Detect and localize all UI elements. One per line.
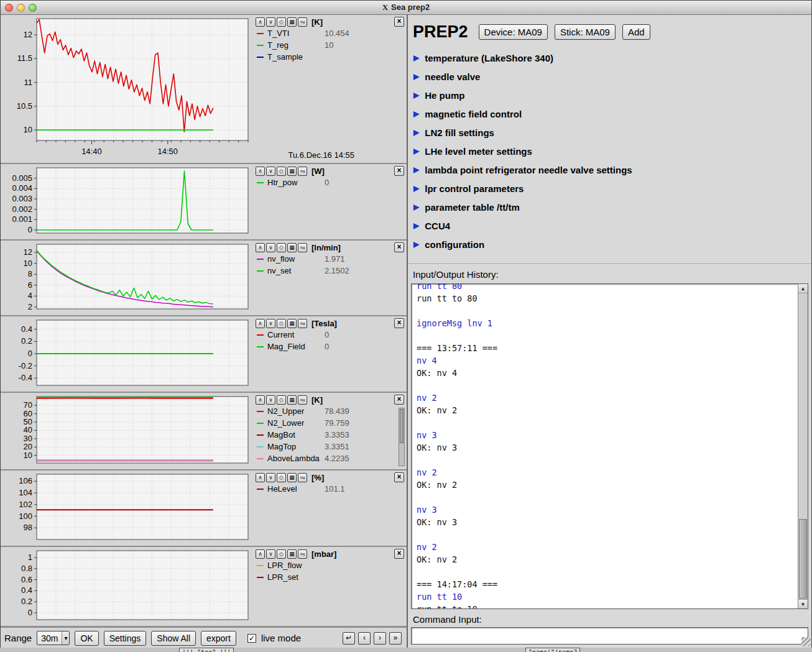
refresh-button[interactable]: ↵: [343, 632, 355, 645]
scrollbar-thumb[interactable]: [799, 519, 807, 599]
chart-panel-temperature: 1211.51110.51014:4014:50∧∨◇▦log[K]×T_VTI…: [1, 15, 407, 164]
pan-down-button[interactable]: ∨: [266, 473, 275, 482]
tree-item-10[interactable]: ▶configuration: [413, 235, 811, 254]
tree-item-7[interactable]: ▶lpr control parameters: [413, 179, 811, 198]
console-line: OK: nv 2: [417, 404, 796, 416]
autoscale-button[interactable]: ◇: [277, 395, 286, 405]
pan-down-button[interactable]: ∨: [266, 243, 275, 252]
expand-arrow-icon[interactable]: ▶: [413, 109, 419, 118]
log-scale-button[interactable]: log: [298, 167, 307, 176]
console-scrollbar[interactable]: ▲ ▼: [798, 284, 808, 608]
zoom-button[interactable]: ▦: [287, 17, 297, 27]
zoom-button[interactable]: ▦: [287, 473, 297, 482]
tree-item-3[interactable]: ▶magnetic field control: [413, 104, 811, 123]
pan-up-button[interactable]: ∧: [256, 17, 265, 27]
pan-up-button[interactable]: ∧: [256, 243, 265, 252]
log-scale-button[interactable]: log: [298, 17, 307, 27]
pan-down-button[interactable]: ∨: [266, 549, 275, 559]
io-history-console[interactable]: run tt 80run tt to 80 ignoreMsg lnv 1 ==…: [411, 283, 808, 609]
resize-grip[interactable]: [801, 637, 811, 646]
expand-arrow-icon[interactable]: ▶: [413, 221, 419, 230]
zoom-button[interactable]: ▦: [287, 243, 297, 252]
tree-item-9[interactable]: ▶CCU4: [413, 216, 811, 235]
tree-item-8[interactable]: ▶parameter table /tt/tm: [413, 198, 811, 216]
pan-down-button[interactable]: ∨: [266, 17, 275, 27]
chart-panel-heater-power: 0.0050.0040.0030.0020.0010∧∨◇▦log[W]×Htr…: [1, 164, 407, 241]
legend-scrollbar-thumb[interactable]: [400, 409, 404, 443]
close-chart-button[interactable]: ×: [394, 549, 404, 559]
pan-up-button[interactable]: ∧: [256, 319, 265, 328]
command-input[interactable]: [411, 627, 808, 645]
pan-up-button[interactable]: ∧: [256, 549, 265, 559]
tree-item-2[interactable]: ▶He pump: [413, 86, 811, 104]
close-chart-button[interactable]: ×: [394, 17, 404, 27]
tree-item-5[interactable]: ▶LHe level meter settings: [413, 142, 811, 160]
live-mode-checkbox[interactable]: ✓: [247, 634, 256, 643]
svg-text:0.003: 0.003: [12, 194, 32, 203]
page-end-button[interactable]: »: [389, 632, 402, 645]
autoscale-button[interactable]: ◇: [277, 167, 286, 176]
zoom-button[interactable]: ▦: [287, 167, 297, 176]
scrollbar-track[interactable]: [798, 293, 808, 599]
legend-scrollbar[interactable]: [399, 408, 405, 466]
log-scale-button[interactable]: log: [298, 473, 307, 482]
tree-item-1[interactable]: ▶needle valve: [413, 67, 811, 86]
close-chart-button[interactable]: ×: [394, 166, 404, 176]
tree-item-6[interactable]: ▶lambda point refrigerator needle valve …: [413, 160, 811, 179]
autoscale-button[interactable]: ◇: [277, 243, 286, 252]
export-button[interactable]: export: [201, 631, 236, 646]
stick-button[interactable]: Stick: MA09: [555, 24, 616, 40]
zoom-button[interactable]: ▦: [287, 549, 297, 559]
chart-legend-needle-valve-flow: ∧∨◇▦log[ln/min]×nv_flow1.971nv_set2.1502: [251, 241, 407, 315]
tree-item-0[interactable]: ▶temperature (LakeShore 340): [413, 48, 811, 67]
log-scale-button[interactable]: log: [298, 319, 307, 328]
expand-arrow-icon[interactable]: ▶: [413, 147, 419, 155]
page-right-button[interactable]: ›: [374, 632, 386, 645]
svg-text:10: 10: [24, 259, 32, 268]
zoom-button[interactable]: ▦: [287, 319, 297, 328]
scroll-up-icon[interactable]: ▲: [798, 284, 808, 293]
pan-up-button[interactable]: ∧: [256, 395, 265, 405]
expand-arrow-icon[interactable]: ▶: [413, 128, 419, 137]
tree-item-label: temperature (LakeShore 340): [425, 53, 553, 63]
legend-series-MagTop: MagTop3.3351: [251, 441, 407, 452]
add-button[interactable]: Add: [622, 24, 650, 40]
scroll-down-icon[interactable]: ▼: [798, 599, 808, 608]
settings-button[interactable]: Settings: [104, 631, 147, 646]
show-all-button[interactable]: Show All: [151, 631, 196, 646]
expand-arrow-icon[interactable]: ▶: [413, 240, 419, 249]
page-left-button[interactable]: ‹: [358, 632, 371, 645]
tree-item-4[interactable]: ▶LN2 fill settings: [413, 123, 811, 142]
close-chart-button[interactable]: ×: [394, 242, 404, 252]
close-chart-button[interactable]: ×: [394, 318, 404, 328]
pan-up-button[interactable]: ∧: [256, 473, 265, 482]
expand-arrow-icon[interactable]: ▶: [413, 184, 419, 193]
autoscale-button[interactable]: ◇: [277, 473, 286, 482]
expand-arrow-icon[interactable]: ▶: [413, 203, 419, 211]
device-button[interactable]: Device: MA09: [479, 24, 548, 40]
zoom-button[interactable]: ▦: [287, 395, 297, 405]
range-dropdown[interactable]: 30m▾: [37, 631, 70, 645]
pan-up-button[interactable]: ∧: [256, 167, 265, 176]
svg-text:0.4: 0.4: [21, 585, 32, 595]
pan-down-button[interactable]: ∨: [266, 395, 275, 405]
ok-button[interactable]: OK: [75, 631, 98, 646]
close-chart-button[interactable]: ×: [394, 472, 404, 482]
log-scale-button[interactable]: log: [298, 243, 307, 252]
window-title: XSea prep2: [1, 2, 811, 12]
log-scale-button[interactable]: log: [298, 395, 307, 405]
series-value: 10.454: [325, 29, 349, 38]
expand-arrow-icon[interactable]: ▶: [413, 53, 419, 62]
expand-arrow-icon[interactable]: ▶: [413, 165, 419, 174]
pan-down-button[interactable]: ∨: [266, 167, 275, 176]
autoscale-button[interactable]: ◇: [277, 319, 286, 328]
expand-arrow-icon[interactable]: ▶: [413, 91, 419, 99]
autoscale-button[interactable]: ◇: [277, 17, 286, 27]
close-chart-button[interactable]: ×: [394, 395, 404, 405]
autoscale-button[interactable]: ◇: [277, 549, 286, 559]
unit-label: [%]: [311, 473, 324, 482]
titlebar[interactable]: XSea prep2: [1, 1, 811, 15]
pan-down-button[interactable]: ∨: [266, 319, 275, 328]
expand-arrow-icon[interactable]: ▶: [413, 72, 419, 81]
log-scale-button[interactable]: log: [298, 549, 307, 559]
